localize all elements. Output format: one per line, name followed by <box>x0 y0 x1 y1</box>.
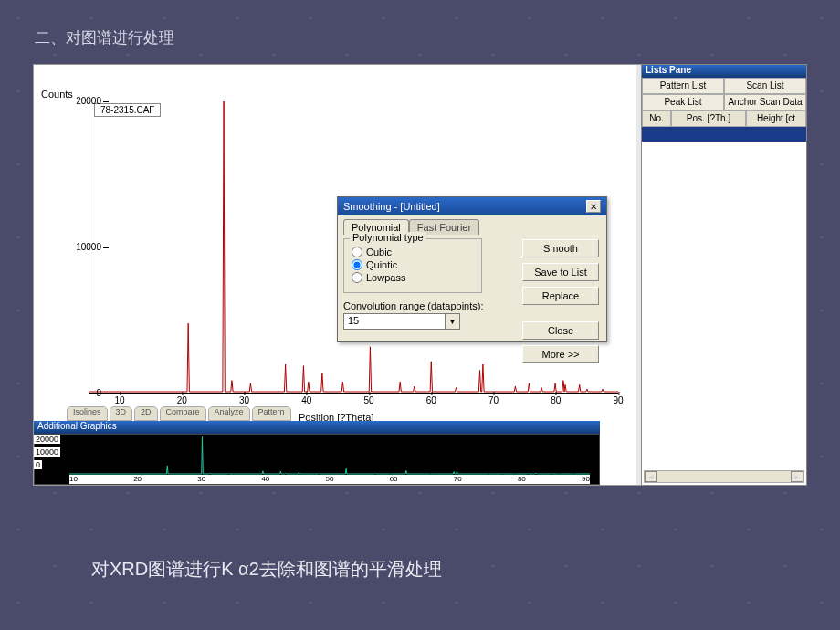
scroll-left-icon[interactable]: ◄ <box>645 471 657 482</box>
mini-xtick: 70 <box>454 475 462 484</box>
tab-peak-list[interactable]: Peak List <box>642 94 724 110</box>
xtick: 60 <box>426 395 436 405</box>
mini-xticks: 102030405060708090 <box>69 475 590 484</box>
polynomial-type-group: Polynomial type Cubic Quintic Lowpass <box>343 238 482 293</box>
xtick: 30 <box>239 395 249 405</box>
radio-quintic[interactable]: Quintic <box>352 259 474 270</box>
tab-pattern[interactable]: Pattern <box>252 406 291 421</box>
group-legend: Polynomial type <box>350 232 426 243</box>
tab-3d[interactable]: 3D <box>110 406 133 421</box>
mini-xtick: 30 <box>197 475 205 484</box>
tab-scan-list[interactable]: Scan List <box>724 78 806 94</box>
mini-xtick: 80 <box>518 475 526 484</box>
chevron-down-icon[interactable]: ▼ <box>445 314 459 329</box>
slide-caption: 对XRD图谱进行K α2去除和图谱的平滑处理 <box>91 557 442 582</box>
xtick: 50 <box>363 395 373 405</box>
ytick: 20000 <box>65 96 101 106</box>
tab-pattern-list[interactable]: Pattern List <box>642 78 724 94</box>
xtick: 70 <box>488 395 499 405</box>
radio-cubic-input[interactable] <box>352 247 362 257</box>
col-pos[interactable]: Pos. [?Th.] <box>671 110 746 127</box>
mini-xtick: 20 <box>133 475 142 484</box>
xtick: 80 <box>551 395 561 405</box>
mini-ytick-10000: 10000 <box>34 447 60 457</box>
col-height[interactable]: Height [ct <box>746 110 806 127</box>
convolution-value: 15 <box>344 314 445 329</box>
xtick: 20 <box>177 395 187 405</box>
radio-cubic[interactable]: Cubic <box>352 247 474 257</box>
horizontal-scrollbar[interactable]: ◄ ► <box>644 470 804 483</box>
mini-xtick: 10 <box>69 475 78 484</box>
ytick: 10000 <box>65 242 101 252</box>
tab-2d[interactable]: 2D <box>134 406 158 421</box>
tab-isolines[interactable]: Isolines <box>67 406 108 421</box>
mini-xtick: 90 <box>582 475 590 484</box>
grid-header: No. Pos. [?Th.] Height [ct <box>642 110 806 127</box>
mini-peaks-svg <box>69 436 590 475</box>
mini-xtick: 40 <box>261 475 269 484</box>
radio-quintic-label: Quintic <box>366 259 397 270</box>
xtick: 90 <box>613 395 623 405</box>
ytick: 0 <box>65 388 101 398</box>
smooth-button[interactable]: Smooth <box>522 239 599 257</box>
tab-analyze[interactable]: Analyze <box>208 406 250 421</box>
tab-anchor-scan-data[interactable]: Anchor Scan Data <box>724 94 806 110</box>
xtick: 40 <box>301 395 311 405</box>
tab-compare[interactable]: Compare <box>160 406 206 421</box>
col-no[interactable]: No. <box>642 110 671 127</box>
save-to-list-button[interactable]: Save to List <box>522 263 599 281</box>
slide-heading: 二、对图谱进行处理 <box>35 27 174 48</box>
dialog-titlebar[interactable]: Smoothing - [Untitled] ✕ <box>338 197 606 215</box>
scroll-right-icon[interactable]: ► <box>791 471 803 482</box>
mini-xtick: 50 <box>326 475 334 484</box>
radio-lowpass-label: Lowpass <box>366 272 405 283</box>
dialog-close-button[interactable]: ✕ <box>586 200 601 213</box>
lists-pane: Lists Pane Pattern List Scan List Peak L… <box>641 64 807 486</box>
xtick: 10 <box>115 395 125 405</box>
lists-pane-title: Lists Pane <box>642 65 806 78</box>
mini-ytick-0: 0 <box>34 460 42 469</box>
radio-cubic-label: Cubic <box>366 247 392 257</box>
radio-lowpass[interactable]: Lowpass <box>352 272 474 283</box>
additional-graphics-plot[interactable]: 20000 10000 0 102030405060708090 <box>34 434 600 485</box>
mini-ytick-20000: 20000 <box>34 435 60 444</box>
replace-button[interactable]: Replace <box>522 287 599 305</box>
convolution-range-combo[interactable]: 15 ▼ <box>343 313 460 330</box>
radio-quintic-input[interactable] <box>352 259 362 270</box>
grid-selected-row[interactable] <box>642 127 806 142</box>
mini-xtick: 60 <box>390 475 398 484</box>
radio-lowpass-input[interactable] <box>352 272 362 283</box>
additional-graphics-titlebar[interactable]: Additional Graphics <box>34 421 600 434</box>
smoothing-dialog: Smoothing - [Untitled] ✕ Polynomial Fast… <box>337 196 607 342</box>
dialog-title: Smoothing - [Untitled] <box>343 201 440 212</box>
close-button[interactable]: Close <box>522 321 599 340</box>
more-button[interactable]: More >> <box>522 345 599 363</box>
